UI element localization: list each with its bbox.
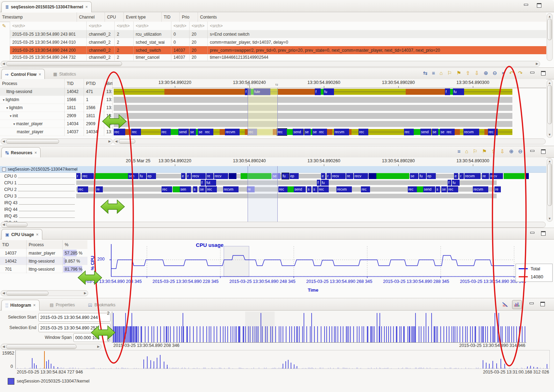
filter-cell[interactable]: <srch> bbox=[207, 22, 539, 30]
state-segment[interactable]: se bbox=[440, 129, 446, 135]
state-segment[interactable] bbox=[114, 121, 512, 127]
state-segment[interactable]: sen bbox=[180, 186, 191, 192]
state-segment[interactable]: s bbox=[307, 186, 311, 192]
close-icon[interactable]: × bbox=[85, 5, 88, 9]
state-segment[interactable]: rec bbox=[204, 129, 213, 135]
maximize-icon[interactable] bbox=[541, 231, 546, 235]
column-header-tid[interactable]: TID bbox=[161, 13, 179, 22]
state-segment[interactable]: rec bbox=[358, 129, 368, 135]
state-segment[interactable]: recvm bbox=[223, 186, 239, 192]
close-icon[interactable]: × bbox=[36, 232, 38, 237]
state-segment[interactable]: send bbox=[293, 129, 304, 135]
column-header-pct[interactable]: % bbox=[62, 240, 87, 249]
state-segment[interactable]: send bbox=[294, 186, 306, 192]
state-segment[interactable]: send bbox=[420, 129, 431, 135]
bookmarks-tab[interactable]: 🕮 Bookmarks bbox=[85, 300, 119, 310]
state-segment[interactable] bbox=[173, 186, 180, 192]
state-segment[interactable]: se bbox=[190, 129, 196, 135]
reset-time-scale-icon[interactable]: ⌂ bbox=[465, 148, 468, 155]
minimize-icon[interactable] bbox=[530, 149, 534, 153]
expander-icon[interactable]: ▾ bbox=[13, 122, 15, 126]
tree-row[interactable]: ▾init2909181113: bbox=[0, 112, 113, 120]
column-header-prio[interactable]: Prio bbox=[179, 13, 198, 22]
maximize-icon[interactable] bbox=[540, 302, 545, 306]
state-segment[interactable] bbox=[376, 173, 409, 179]
full-histogram[interactable] bbox=[15, 350, 550, 369]
state-segment[interactable] bbox=[287, 186, 294, 192]
tree-row[interactable]: master_player140371403413: bbox=[0, 128, 113, 136]
state-segment[interactable] bbox=[76, 180, 497, 185]
state-segment[interactable]: rec bbox=[78, 186, 88, 192]
selection-end-input[interactable]: 2015-03-25 13:30:54.890 251 bbox=[38, 323, 111, 332]
state-segment[interactable] bbox=[450, 89, 453, 95]
resource-timeline[interactable]: ffutffuffu bbox=[76, 179, 497, 186]
show-legend-icon[interactable]: ≡ bbox=[432, 70, 435, 76]
cpu-table-hscrollbar[interactable]: ◀▶ bbox=[1, 290, 88, 296]
selection-range[interactable]: T1 T2 bbox=[248, 88, 278, 136]
state-segment[interactable] bbox=[114, 97, 512, 103]
state-segment[interactable] bbox=[76, 194, 497, 198]
state-segment[interactable] bbox=[417, 186, 423, 192]
state-segment[interactable]: rec bbox=[361, 186, 370, 192]
cf-tree-hscrollbar[interactable]: ◀▶ bbox=[1, 138, 113, 144]
table-row[interactable]: 2015-03-25 13:30:54.890 244 010channel0_… bbox=[10, 38, 546, 46]
selection-range[interactable] bbox=[248, 166, 278, 223]
state-segment[interactable]: r bbox=[187, 173, 191, 179]
align-views-icon[interactable]: ⇆ bbox=[423, 70, 427, 76]
column-header-birt[interactable]: Birt bbox=[104, 79, 113, 88]
state-segment[interactable] bbox=[245, 129, 248, 135]
state-segment[interactable] bbox=[406, 89, 445, 95]
state-segment[interactable]: recv bbox=[332, 173, 346, 179]
minimize-icon[interactable] bbox=[530, 231, 534, 235]
state-segment[interactable]: send bbox=[178, 129, 189, 135]
resource-timeline[interactable]: rrecsenfueperrecvrerecvsefueperrecvrerec… bbox=[76, 173, 497, 179]
state-segment[interactable] bbox=[278, 89, 315, 95]
expander-icon[interactable]: ▾ bbox=[10, 114, 12, 118]
state-segment[interactable]: se bbox=[432, 129, 438, 135]
state-segment[interactable]: e bbox=[181, 173, 185, 179]
state-segment[interactable]: r bbox=[460, 173, 464, 179]
state-segment[interactable]: recvm bbox=[225, 129, 240, 135]
resources-tab[interactable]: ↹ Resources × bbox=[1, 147, 41, 158]
timeline-row[interactable]: ffuteffuffu bbox=[113, 88, 512, 96]
state-segment[interactable]: re bbox=[482, 173, 489, 179]
hide-lost-events-icon[interactable] bbox=[500, 300, 510, 309]
histogram-tab[interactable]: ░ Histogram × bbox=[1, 300, 40, 311]
state-segment[interactable]: r bbox=[327, 173, 331, 179]
column-header-process[interactable]: Process bbox=[0, 79, 65, 88]
state-segment[interactable]: rec bbox=[446, 129, 455, 135]
state-segment[interactable] bbox=[229, 173, 236, 179]
resources-time-ruler[interactable]: 2015 Mar 25 13:30:54.89022013:30:54.8902… bbox=[0, 157, 546, 166]
state-segment[interactable] bbox=[525, 173, 529, 179]
tree-row[interactable]: ▾lightdm1566113: bbox=[0, 96, 113, 104]
column-header-cpu[interactable]: CPU bbox=[105, 13, 123, 22]
zoom-in-icon[interactable]: ⊕ bbox=[484, 70, 488, 76]
minimize-icon[interactable] bbox=[529, 302, 534, 306]
minimize-icon[interactable] bbox=[530, 71, 534, 75]
state-segment[interactable]: fu bbox=[321, 180, 329, 186]
zoomed-histogram[interactable] bbox=[112, 312, 526, 343]
control-flow-tab[interactable]: ⇨ Control Flow × bbox=[1, 69, 45, 79]
state-segment[interactable] bbox=[287, 129, 293, 135]
column-header-ptid[interactable]: PTID bbox=[84, 79, 104, 88]
state-segment[interactable]: se bbox=[441, 186, 447, 192]
column-header-process[interactable]: Process bbox=[26, 240, 62, 249]
state-segment[interactable]: recv bbox=[192, 173, 206, 179]
state-segment[interactable]: recvm bbox=[463, 129, 479, 135]
state-segment[interactable] bbox=[125, 129, 131, 135]
table-row[interactable]: 2015-03-25 13:30:54.890 243 801channel0_… bbox=[10, 30, 546, 38]
next-marker-icon[interactable]: ⚑ bbox=[482, 148, 486, 155]
state-segment[interactable]: recvm bbox=[473, 186, 488, 192]
events-vscrollbar[interactable]: ▲ bbox=[547, 13, 553, 61]
state-segment[interactable]: fu bbox=[139, 173, 146, 179]
expander-icon[interactable]: ▾ bbox=[6, 106, 8, 110]
state-segment[interactable]: se bbox=[199, 186, 206, 192]
state-segment[interactable]: f bbox=[317, 180, 320, 186]
hide-arrows-icon[interactable]: × bbox=[502, 70, 505, 76]
state-segment[interactable] bbox=[484, 129, 488, 135]
cf-timeline-hscrollbar[interactable]: ◀ bbox=[113, 138, 546, 144]
state-segment[interactable]: rec bbox=[278, 186, 287, 192]
state-segment[interactable]: f bbox=[201, 180, 205, 186]
close-icon[interactable]: × bbox=[34, 150, 37, 155]
column-header-event-type[interactable]: Event type bbox=[123, 13, 161, 22]
